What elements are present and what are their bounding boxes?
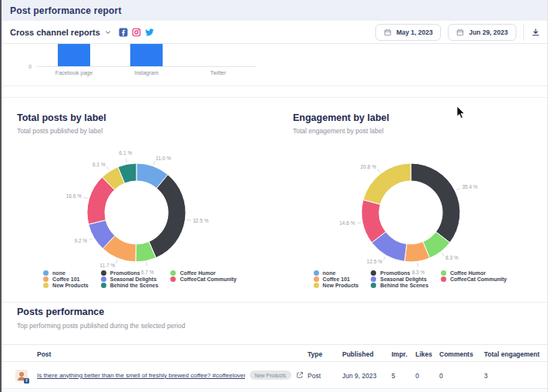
date-to-button[interactable]: Jun 29, 2023 — [448, 24, 516, 41]
table-row: f Is there anything better than the smel… — [0, 362, 548, 389]
post-likes-value: 0 — [415, 372, 419, 380]
donut-percent-label: 35.4 % — [462, 184, 477, 189]
window-left-edge — [0, 0, 2, 392]
post-performance-report-page: Post performance report Cross channel re… — [0, 0, 548, 392]
bar-instagram[interactable] — [130, 44, 163, 66]
donut-slice-promotions[interactable] — [411, 163, 460, 243]
facebook-icon[interactable] — [119, 28, 128, 37]
legend-label: Coffee 101 — [52, 276, 79, 282]
legend-item-coffeecat-community[interactable]: CoffeeCat Community — [441, 276, 507, 282]
post-type-value: Post — [308, 372, 321, 380]
column-header-comments: Comments — [439, 350, 473, 358]
donut-slice-promotions[interactable] — [149, 175, 186, 258]
calendar-icon — [456, 28, 464, 36]
bar-facebook-page[interactable] — [58, 44, 90, 66]
posts-table-header: Post Type Published Impr. Likes Comments… — [0, 344, 548, 362]
legend-item-seasonal-delights[interactable]: Seasonal Delights — [101, 276, 159, 282]
section-title: Posts performance — [17, 307, 185, 317]
column-header-likes: Likes — [415, 350, 432, 358]
legend-color-dot — [101, 276, 106, 282]
section-subtitle: Top performing posts published during th… — [17, 322, 185, 330]
post-comments-value: 0 — [439, 372, 443, 380]
chevron-down-icon — [105, 29, 111, 35]
total-posts-by-label-heading: Total posts by label Total posts publish… — [17, 112, 106, 135]
post-published-value: Jun 9, 2023 — [342, 372, 376, 380]
column-header-type: Type — [308, 350, 322, 358]
section-subtitle: Total engagement by post label — [293, 127, 389, 135]
legend-label: Behind the Scenes — [110, 283, 159, 288]
section-title: Total posts by label — [17, 112, 106, 123]
legend-item-promotions[interactable]: Promotions — [371, 270, 429, 276]
post-total-engagement-value: 3 — [484, 372, 488, 380]
legend-item-coffee-101[interactable]: Coffee 101 — [43, 276, 89, 282]
legend-label: Promotions — [380, 270, 410, 276]
report-selector-label: Cross channel reports — [10, 28, 100, 37]
legend-item-new-products[interactable]: New Products — [43, 283, 89, 288]
legend-item-none[interactable]: none — [314, 270, 359, 276]
section-divider — [0, 302, 548, 303]
legend-label: Coffee Humor — [180, 270, 215, 276]
legend-color-dot — [43, 270, 49, 276]
legend-color-dot — [314, 276, 319, 282]
legend-item-behind-the-scenes[interactable]: Behind the Scenes — [101, 283, 159, 288]
date-from-value: May 1, 2023 — [396, 28, 432, 36]
section-subtitle: Total posts published by label — [17, 127, 106, 135]
page-header: Post performance report — [0, 0, 548, 21]
page-title: Post performance report — [10, 5, 122, 16]
legend-item-coffee-humor[interactable]: Coffee Humor — [170, 270, 237, 276]
column-header-published: Published — [342, 350, 374, 358]
post-link[interactable]: Is there anything better than the smell … — [37, 372, 245, 379]
donut-percent-label: 11.0 % — [156, 156, 171, 161]
engagement-donut-chart: 35.4 %8.3 %8.3 %12.5 %14.6 %20.8 % — [274, 146, 548, 282]
download-icon — [531, 28, 540, 37]
toolbar-right-group: May 1, 2023 Jun 29, 2023 — [375, 24, 540, 41]
legend-item-coffee-humor[interactable]: Coffee Humor — [441, 270, 507, 276]
legend-item-none[interactable]: none — [43, 270, 89, 276]
donut-percent-label: 12.5 % — [367, 259, 382, 264]
twitter-icon[interactable] — [145, 28, 154, 37]
legend-label: none — [52, 270, 66, 276]
section-divider — [0, 85, 548, 86]
legend-item-coffee-101[interactable]: Coffee 101 — [314, 276, 359, 282]
date-from-button[interactable]: May 1, 2023 — [375, 24, 441, 41]
legend-label: CoffeeCat Community — [450, 276, 507, 282]
post-impressions-value: 5 — [392, 372, 395, 380]
legend-color-dot — [170, 276, 176, 282]
posts-per-channel-bar-chart: 0Facebook pageInstagramTwitter — [0, 44, 548, 85]
legend-item-coffeecat-community[interactable]: CoffeeCat Community — [170, 276, 237, 282]
x-axis-label: Twitter — [210, 70, 227, 75]
open-post-external-button[interactable] — [296, 371, 304, 379]
legend-color-dot — [441, 276, 446, 282]
legend-color-dot — [371, 270, 376, 276]
legend-color-dot — [101, 283, 106, 288]
legend-column: Coffee HumorCoffeeCat Community — [170, 270, 237, 292]
column-header-post: Post — [37, 350, 51, 358]
legend-color-dot — [314, 283, 319, 288]
report-selector[interactable]: Cross channel reports — [10, 28, 111, 37]
legend-column: PromotionsSeasonal DelightsBehind the Sc… — [101, 270, 159, 292]
donut-percent-label: 6.1 % — [92, 162, 106, 167]
legend-item-promotions[interactable]: Promotions — [101, 270, 159, 276]
x-axis-label: Instagram — [134, 70, 158, 76]
report-toolbar: Cross channel reports May 1, 2023 — [0, 21, 548, 44]
legend-color-dot — [101, 270, 106, 276]
legend-column: noneCoffee 101New Products — [43, 270, 89, 292]
legend-item-seasonal-delights[interactable]: Seasonal Delights — [371, 276, 429, 282]
legend-label: none — [323, 270, 336, 276]
legend-label: New Products — [52, 283, 89, 288]
engagement-by-label-heading: Engagement by label Total engagement by … — [293, 112, 389, 135]
legend-label: CoffeeCat Community — [180, 276, 237, 282]
download-report-button[interactable] — [531, 28, 540, 37]
donut-percent-label: 20.8 % — [361, 164, 376, 169]
legend-item-new-products[interactable]: New Products — [314, 283, 359, 288]
download-group — [523, 24, 540, 41]
column-header-impressions: Impr. — [392, 350, 407, 358]
legend-color-dot — [441, 270, 446, 276]
total-posts-legend: noneCoffee 101New ProductsPromotionsSeas… — [6, 270, 274, 292]
legend-item-behind-the-scenes[interactable]: Behind the Scenes — [371, 283, 429, 288]
posts-performance-heading: Posts performance Top performing posts p… — [17, 307, 185, 330]
donut-percent-label: 8.3 % — [445, 255, 459, 260]
donut-percent-label: 6.1 % — [119, 150, 133, 156]
section-title: Engagement by label — [293, 112, 389, 123]
instagram-icon[interactable] — [132, 28, 141, 37]
